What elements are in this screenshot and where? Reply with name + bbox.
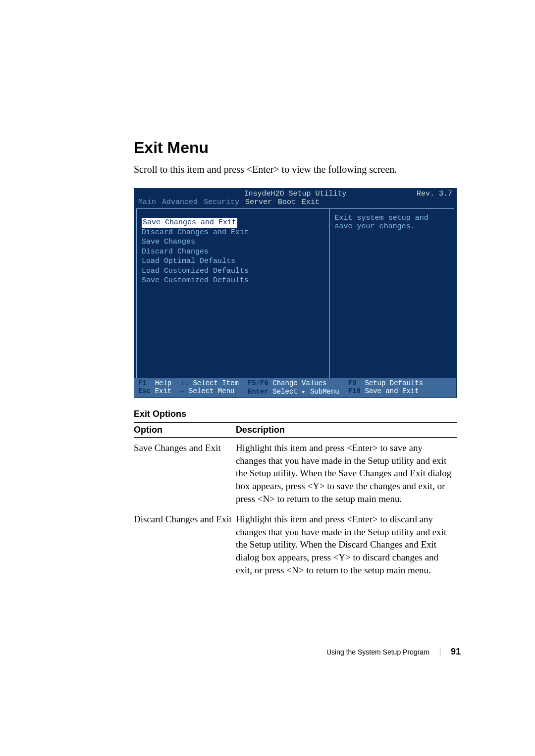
label-select-submenu: Select ▸ SubMenu xyxy=(272,388,339,396)
label-select-item: Select Item xyxy=(193,379,238,387)
menu-main: Main xyxy=(138,198,156,206)
cell-description: Highlight this item and press <Enter> to… xyxy=(236,438,457,509)
cell-option: Save Changes and Exit xyxy=(134,438,236,509)
key-f10: F10 xyxy=(348,387,361,395)
intro-text: Scroll to this item and press <Enter> to… xyxy=(134,164,461,175)
key-f9: F9 xyxy=(348,379,357,387)
page-number: 91 xyxy=(451,647,461,657)
key-f1: F1 xyxy=(138,379,147,387)
bios-footer: F1 Help Esc Exit ↑↓ Select Item ↔ Select… xyxy=(134,378,456,398)
cell-option: Discard Changes and Exit xyxy=(134,509,236,580)
label-change-values: Change Values xyxy=(272,379,326,387)
menu-exit: Exit xyxy=(302,198,320,206)
menu-advanced: Advanced xyxy=(162,198,198,206)
bios-item-save: Save Changes xyxy=(142,237,324,247)
bios-item-load-custom: Load Customized Defaults xyxy=(142,266,324,276)
bios-item-save-exit: Save Changes and Exit xyxy=(142,218,237,228)
label-exit: Exit xyxy=(155,387,172,395)
exit-options-table: Option Description Save Changes and Exit… xyxy=(134,422,457,580)
bios-options-pane: Save Changes and Exit Discard Changes an… xyxy=(136,208,329,383)
bios-menubar: Main Advanced Security Server Boot Exit xyxy=(134,198,456,208)
cell-description: Highlight this item and press <Enter> to… xyxy=(236,509,457,580)
menu-security: Security xyxy=(204,198,239,206)
key-enter: Enter xyxy=(248,388,268,396)
label-save-exit: Save and Exit xyxy=(365,387,419,395)
bios-screenshot: Rev. 3.7 InsydeH2O Setup Utility Main Ad… xyxy=(134,188,457,398)
col-header-description: Description xyxy=(236,423,457,438)
footer-separator: | xyxy=(439,648,441,656)
label-setup-defaults: Setup Defaults xyxy=(365,379,423,387)
bios-item-discard-exit: Discard Changes and Exit xyxy=(142,228,324,238)
col-header-option: Option xyxy=(134,423,236,438)
table-row: Save Changes and Exit Highlight this ite… xyxy=(134,438,457,509)
bios-help-pane: Exit system setup and save your changes. xyxy=(329,208,454,383)
key-leftright: ↔ xyxy=(180,387,184,395)
menu-server: Server xyxy=(245,198,272,206)
bios-item-discard: Discard Changes xyxy=(142,247,324,257)
section-heading: Exit Menu xyxy=(134,139,461,157)
bios-item-save-custom: Save Customized Defaults xyxy=(142,276,324,286)
table-title: Exit Options xyxy=(134,409,461,419)
menu-boot: Boot xyxy=(278,198,296,206)
label-select-menu: Select Menu xyxy=(189,387,234,395)
footer-label: Using the System Setup Program xyxy=(326,648,429,656)
table-row: Discard Changes and Exit Highlight this … xyxy=(134,509,457,580)
bios-item-load-optimal: Load Optimal Defaults xyxy=(142,256,324,266)
page-footer: Using the System Setup Program | 91 xyxy=(326,647,461,657)
bios-help-line1: Exit system setup and xyxy=(335,214,449,222)
key-f5f6: F5/F6 xyxy=(248,379,268,387)
bios-help-line2: save your changes. xyxy=(335,222,449,231)
key-updown: ↑↓ xyxy=(180,379,189,387)
bios-rev: Rev. 3.7 xyxy=(417,190,452,198)
label-help: Help xyxy=(155,379,172,387)
key-esc: Esc xyxy=(138,387,151,395)
